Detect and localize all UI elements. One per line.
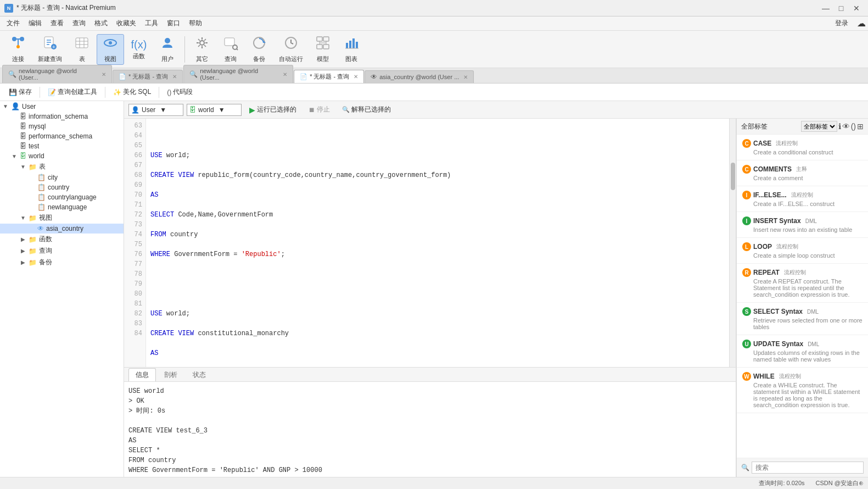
snippet-update-desc: Updates columns of existing rows in the …	[753, 349, 863, 363]
menu-window[interactable]: 窗口	[163, 17, 184, 30]
bottom-tab-status[interactable]: 状态	[186, 368, 213, 381]
tab-newlanguage2[interactable]: 🔍 newlanguage @world (User... ✕	[183, 65, 293, 83]
explain-button[interactable]: 🔍 解释已选择的	[338, 103, 395, 116]
tab-untitled2[interactable]: 📄 * 无标题 - 查询 ✕	[294, 70, 364, 83]
tree-tables-expand[interactable]: ▼	[20, 164, 26, 170]
snippet-repeat[interactable]: R REPEAT 流程控制 Create A REPEAT construct.…	[737, 264, 868, 303]
tree-fn-expand[interactable]: ▶	[20, 236, 26, 242]
toolbar-query[interactable]: 查询	[217, 34, 244, 65]
save-button[interactable]: 💾 保存	[4, 86, 36, 98]
menu-edit[interactable]: 编辑	[24, 17, 46, 30]
tab-newlanguage1[interactable]: 🔍 newlanguage @world (User... ✕	[2, 65, 112, 83]
tab-untitled1[interactable]: 📄 * 无标题 - 查询 ✕	[113, 70, 183, 83]
tree-newlanguage[interactable]: 📋 newlanguage	[0, 202, 124, 212]
user-select[interactable]: 👤 User ▼	[128, 104, 183, 116]
snippet-update-title: U UPDATE Syntax DML	[742, 340, 863, 348]
tree-qr-expand[interactable]: ▶	[20, 248, 26, 254]
tree-world[interactable]: ▼ 🗄 world	[0, 151, 124, 161]
snippet-comments[interactable]: C COMMENTS 主释 Create a comment	[737, 160, 868, 186]
toolbar-autorun[interactable]: 自动运行	[274, 34, 308, 65]
snippet-insert[interactable]: I INSERT Syntax DML Insert new rows into…	[737, 212, 868, 238]
query-create-button[interactable]: 📝 查询创建工具	[43, 86, 102, 98]
snippet-loop[interactable]: L LOOP 流程控制 Create a simple loop constru…	[737, 238, 868, 264]
tree-city[interactable]: 📋 city	[0, 173, 124, 182]
tree-views[interactable]: ▼ 📁 视图	[0, 212, 124, 224]
snippet-comments-desc: Create a comment	[753, 175, 863, 181]
menu-help[interactable]: 帮助	[184, 17, 206, 30]
tab-newlanguage2-close[interactable]: ✕	[283, 71, 287, 77]
tree-information-schema[interactable]: 🗄 information_schema	[0, 112, 124, 121]
snippet-ifelse[interactable]: I IF...ELSE... 流程控制 Create a IF...ELSE..…	[737, 186, 868, 212]
function-icon: f(x)	[131, 38, 147, 51]
tree-test[interactable]: 🗄 test	[0, 141, 124, 151]
tree-user[interactable]: ▼ 👤 User	[0, 101, 124, 112]
snippet-select[interactable]: S SELECT Syntax DML Retrieve rows select…	[737, 303, 868, 335]
menu-format[interactable]: 格式	[90, 17, 112, 30]
tree-views-expand[interactable]: ▼	[20, 215, 26, 221]
tree-functions[interactable]: ▶ 📁 函数	[0, 234, 124, 245]
tree-mysql[interactable]: 🗄 mysql	[0, 121, 124, 131]
tree-country[interactable]: 📋 country	[0, 182, 124, 192]
toolbar-other[interactable]: 其它	[188, 34, 216, 65]
tab-asia-country-close[interactable]: ✕	[463, 74, 468, 80]
toolbar-backup[interactable]: 备份	[245, 34, 273, 65]
tree-nl-icon: 📋	[37, 203, 46, 211]
toolbar-table[interactable]: 表	[68, 34, 96, 65]
tag-filter-select[interactable]: 全部标签	[801, 121, 837, 132]
db-select[interactable]: 🗄 world ▼	[187, 104, 242, 116]
tree-countrylanguage[interactable]: 📋 countrylanguage	[0, 192, 124, 202]
tree-tables[interactable]: ▼ 📁 表	[0, 161, 124, 173]
tab-untitled2-close[interactable]: ✕	[354, 74, 358, 80]
eye-icon[interactable]: 👁	[842, 122, 850, 131]
beautify-icon: ✨	[113, 88, 121, 96]
beautify-button[interactable]: ✨ 美化 SQL	[109, 86, 155, 98]
snippets-list: C CASE 流程控制 Create a conditional constru…	[737, 135, 868, 458]
tree-user-expand[interactable]: ▼	[2, 103, 9, 109]
login-button[interactable]: 登录	[831, 18, 853, 29]
toolbar-function[interactable]: f(x) 函数	[125, 34, 153, 65]
snippet-while[interactable]: W WHILE 流程控制 Create a WHILE construct. T…	[737, 368, 868, 413]
menu-view[interactable]: 查看	[46, 17, 68, 30]
tab-untitled1-close[interactable]: ✕	[172, 74, 177, 80]
tree-performance-schema[interactable]: 🗄 performance_schema	[0, 131, 124, 141]
tree-queries[interactable]: ▶ 📁 查询	[0, 245, 124, 257]
toolbar-model[interactable]: 模型	[309, 34, 337, 65]
snippet-update[interactable]: U UPDATE Syntax DML Updates columns of e…	[737, 335, 868, 368]
tree-asia-country[interactable]: 👁 asia_country	[0, 224, 124, 234]
code-button[interactable]: () 代码段	[163, 86, 197, 98]
menu-tools[interactable]: 工具	[141, 17, 163, 30]
action-bar: 💾 保存 📝 查询创建工具 ✨ 美化 SQL () 代码段	[0, 84, 868, 101]
code-line-69: WHERE GovernmentForm = 'Republic';	[150, 249, 725, 259]
snippet-search-input[interactable]	[752, 462, 864, 474]
toolbar-user[interactable]: 用户	[154, 34, 181, 65]
snippet-repeat-title: R REPEAT 流程控制	[742, 268, 863, 277]
tree-backup[interactable]: ▶ 📁 备份	[0, 257, 124, 268]
toolbar-connect[interactable]: 连接	[4, 34, 32, 65]
toolbar-newquery[interactable]: + 新建查询	[33, 34, 67, 65]
paren-icon[interactable]: ()	[851, 122, 856, 131]
grid-icon[interactable]: ⊞	[857, 122, 864, 131]
editor-scrollbar[interactable]	[729, 119, 736, 367]
menu-file[interactable]: 文件	[2, 17, 24, 30]
menu-favorites[interactable]: 收藏夹	[112, 17, 141, 30]
code-line-73: CREATE VIEW constitutional_monarchy	[150, 329, 725, 338]
cloud-icon[interactable]: ☁	[857, 18, 866, 29]
tab-asia-country[interactable]: 👁 asia_country @world (User ... ✕	[365, 70, 474, 83]
tree-world-expand[interactable]: ▼	[11, 153, 18, 159]
toolbar-view[interactable]: 视图	[97, 34, 124, 65]
snippet-case[interactable]: C CASE 流程控制 Create a conditional constru…	[737, 135, 868, 160]
run-button[interactable]: ▶ 运行已选择的	[245, 103, 301, 116]
right-panel-title: 全部标签	[741, 122, 768, 131]
info-icon[interactable]: ℹ	[838, 122, 841, 131]
tree-bk-expand[interactable]: ▶	[20, 259, 26, 265]
toolbar-chart[interactable]: 图表	[338, 34, 365, 65]
bottom-tab-info[interactable]: 信息	[128, 368, 156, 381]
tab-newlanguage1-close[interactable]: ✕	[102, 71, 106, 77]
code-editor[interactable]: USE world; CREATE VIEW republic_form(cou…	[146, 119, 729, 367]
menu-query[interactable]: 查询	[68, 17, 90, 30]
bottom-tab-profile[interactable]: 剖析	[157, 368, 184, 381]
stop-button[interactable]: ⏹ 停止	[304, 103, 334, 116]
minimize-button[interactable]: —	[819, 3, 833, 14]
maximize-button[interactable]: □	[834, 3, 848, 14]
close-button[interactable]: ✕	[849, 3, 864, 14]
